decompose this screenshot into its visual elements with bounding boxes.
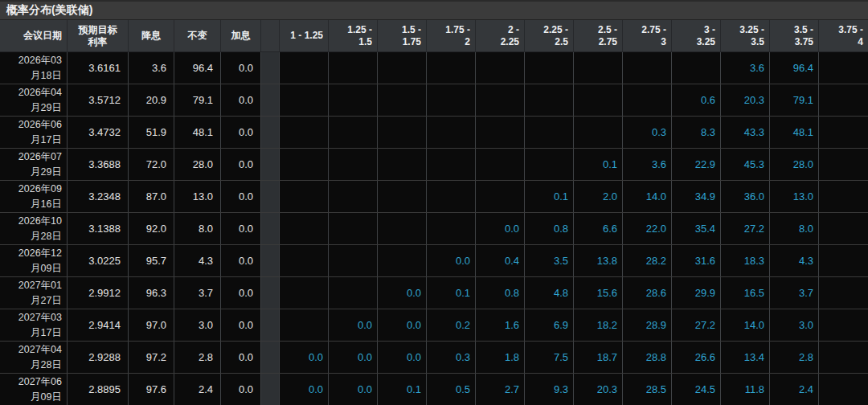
table-row[interactable]: 2026年06 月17日3.473251.948.10.00.38.343.34… (0, 117, 868, 149)
meeting-date-cell: 2026年03 月18日 (0, 52, 68, 84)
range-prob-cell: 18.2 (574, 309, 623, 341)
range-prob-cell (427, 149, 476, 180)
cut-prob-cell: 51.9 (129, 117, 174, 148)
header-hike: 加息 (221, 20, 261, 51)
range-prob-cell (329, 245, 378, 276)
range-prob-cell (427, 117, 476, 148)
meeting-date-cell: 2027年03 月17日 (0, 309, 68, 341)
fed-rate-probability-panel: 概率分布(美联储) 会议日期预期目标 利率降息不变加息1 - 1.251.25 … (0, 0, 868, 405)
range-prob-cell (329, 181, 378, 212)
range-prob-cell (280, 149, 329, 180)
table-row[interactable]: 2027年01 月27日2.991296.33.70.00.00.10.84.8… (0, 277, 868, 309)
range-prob-cell (280, 245, 329, 276)
header-rate-range-7: 2.75 - 3 (623, 20, 672, 51)
table-row[interactable]: 2027年04 月28日2.928897.22.80.00.00.00.00.3… (0, 342, 868, 374)
range-prob-cell: 3.6 (623, 149, 672, 180)
header-row: 会议日期预期目标 利率降息不变加息1 - 1.251.25 - 1.51.5 -… (0, 20, 868, 52)
table-row[interactable]: 2026年10 月28日3.138892.08.00.00.00.86.622.… (0, 213, 868, 245)
table-row[interactable]: 2027年06 月09日2.889597.62.40.00.00.00.10.5… (0, 374, 868, 405)
header-rate-range-3: 1.75 - 2 (427, 20, 476, 51)
range-prob-cell: 9.3 (525, 374, 574, 405)
meeting-date-cell: 2026年12 月09日 (0, 245, 68, 276)
meeting-date-cell: 2026年10 月28日 (0, 213, 68, 244)
header-rate-range-0: 1 - 1.25 (280, 20, 329, 51)
range-prob-cell (819, 117, 868, 148)
range-prob-cell: 3.6 (721, 52, 770, 84)
range-prob-cell (623, 84, 672, 116)
range-prob-cell: 3.5 (525, 245, 574, 276)
table-row[interactable]: 2026年07 月29日3.368872.028.00.00.13.622.94… (0, 149, 868, 181)
range-prob-cell: 28.8 (623, 342, 672, 373)
range-prob-cell: 28.0 (770, 149, 819, 180)
row-separator (261, 84, 280, 116)
table-row[interactable]: 2027年03 月17日2.941497.03.00.00.00.00.21.6… (0, 309, 868, 342)
table-row[interactable]: 2026年03 月18日3.61613.696.40.03.696.4 (0, 52, 868, 84)
range-prob-cell (329, 52, 378, 84)
range-prob-cell (819, 149, 868, 180)
hold-prob-cell: 4.3 (174, 245, 221, 276)
range-prob-cell (819, 342, 868, 373)
range-prob-cell: 43.3 (721, 117, 770, 148)
range-prob-cell (329, 277, 378, 309)
range-prob-cell: 27.2 (721, 213, 770, 244)
header-rate-range-8: 3 - 3.25 (672, 20, 721, 51)
range-prob-cell (427, 84, 476, 116)
range-prob-cell: 0.0 (476, 213, 525, 244)
hike-prob-cell: 0.0 (221, 52, 261, 84)
range-prob-cell (427, 52, 476, 84)
range-prob-cell: 0.0 (329, 342, 378, 373)
range-prob-cell: 7.5 (525, 342, 574, 373)
range-prob-cell: 0.3 (623, 117, 672, 148)
meeting-date-cell: 2027年04 月28日 (0, 342, 68, 373)
range-prob-cell: 0.0 (378, 277, 427, 309)
range-prob-cell: 8.0 (770, 213, 819, 244)
target-rate-cell: 2.9414 (68, 309, 129, 341)
header-rate-range-2: 1.5 - 1.75 (378, 20, 427, 51)
range-prob-cell: 16.5 (721, 277, 770, 309)
range-prob-cell: 27.2 (672, 309, 721, 341)
header-cut: 降息 (129, 20, 174, 51)
target-rate-cell: 3.6161 (68, 52, 129, 84)
range-prob-cell: 2.7 (476, 374, 525, 405)
meeting-date-cell: 2026年06 月17日 (0, 117, 68, 148)
range-prob-cell: 20.3 (721, 84, 770, 116)
range-prob-cell (280, 52, 329, 84)
range-prob-cell: 1.8 (476, 342, 525, 373)
header-rate-range-10: 3.5 - 3.75 (770, 20, 819, 51)
hike-prob-cell: 0.0 (221, 374, 261, 405)
range-prob-cell: 29.9 (672, 277, 721, 309)
hold-prob-cell: 2.8 (174, 342, 221, 373)
cut-prob-cell: 87.0 (129, 181, 174, 212)
table-row[interactable]: 2026年12 月09日3.022595.74.30.00.00.43.513.… (0, 245, 868, 277)
range-prob-cell (525, 117, 574, 148)
target-rate-cell: 3.2348 (68, 181, 129, 212)
range-prob-cell (280, 277, 329, 309)
hold-prob-cell: 3.0 (174, 309, 221, 341)
range-prob-cell: 13.4 (721, 342, 770, 373)
hike-prob-cell: 0.0 (221, 149, 261, 180)
header-rate-range-11: 3.75 - 4 (819, 20, 868, 51)
target-rate-cell: 3.3688 (68, 149, 129, 180)
range-prob-cell (819, 213, 868, 244)
range-prob-cell (378, 117, 427, 148)
meeting-date-cell: 2026年07 月29日 (0, 149, 68, 180)
range-prob-cell: 28.9 (623, 309, 672, 341)
table-row[interactable]: 2026年09 月16日3.234887.013.00.00.12.014.03… (0, 181, 868, 213)
range-prob-cell: 2.4 (770, 374, 819, 405)
hike-prob-cell: 0.0 (221, 245, 261, 276)
row-separator (261, 309, 280, 341)
hike-prob-cell: 0.0 (221, 117, 261, 148)
range-prob-cell: 0.0 (329, 309, 378, 341)
range-prob-cell: 0.0 (378, 309, 427, 341)
row-separator (261, 213, 280, 244)
range-prob-cell: 14.0 (623, 181, 672, 212)
range-prob-cell (476, 181, 525, 212)
range-prob-cell: 31.6 (672, 245, 721, 276)
hike-prob-cell: 0.0 (221, 342, 261, 373)
hold-prob-cell: 79.1 (174, 84, 221, 116)
range-prob-cell (819, 374, 868, 405)
range-prob-cell: 14.0 (721, 309, 770, 341)
table-row[interactable]: 2026年04 月29日3.571220.979.10.00.620.379.1 (0, 84, 868, 117)
range-prob-cell (623, 52, 672, 84)
target-rate-cell: 3.5712 (68, 84, 129, 116)
